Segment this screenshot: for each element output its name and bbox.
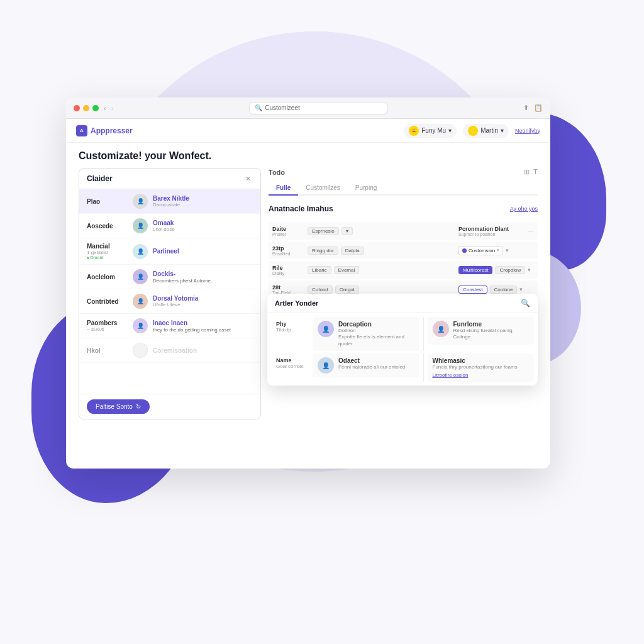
ac-category: Phy [276,321,304,327]
expand-icon[interactable]: ▾ [528,267,531,273]
expand-icon[interactable]: ▾ [506,247,509,253]
list-item[interactable]: Plao 👤 Barex Niktle Darocustate [79,189,260,214]
list-item[interactable]: Aoclelom 👤 Dockis- Decombers phest Autom… [79,265,260,289]
option-tag[interactable]: Omgot [335,286,359,294]
page-title: Customizate! your Wonfect. [79,150,538,162]
panel-tab-label: Todo [269,169,285,176]
option-tag[interactable]: Ringg dor [308,247,338,255]
panel-footer: Paltise Sonto ↻ [79,394,260,419]
option-tag[interactable]: Dalpta [341,247,364,255]
tab-fulle[interactable]: Fulle [269,181,298,196]
person-name: Coremisoation [153,347,253,354]
avatar: 👤 [133,318,148,333]
section-link[interactable]: Ay oho yos [510,206,538,212]
ac-header: Artler Yonder 🔍 [267,294,538,313]
tab-purping[interactable]: Purping [348,181,384,196]
person-desc: Decombers phest Autome. [153,278,253,284]
list-item[interactable]: Hkol Coremisoation [79,338,260,363]
option-active[interactable]: Multilcorest [458,266,492,274]
panel-header: Claider ✕ [79,169,260,189]
ac-item[interactable]: 👤 Funrlome Resd elsing fueatal coanig; C… [428,317,535,345]
dot-purple [462,248,467,253]
option-tag[interactable]: Evemal [334,266,360,274]
ac-sub: Tild dp [276,327,304,333]
field-right: Constest Coolone ▾ [458,286,534,294]
expand-icon[interactable]: ▾ [519,286,523,292]
option-tag[interactable]: Cropdlow [495,266,525,274]
avatar-placeholder [133,343,148,358]
option-tag[interactable]: Coolone [490,286,518,294]
option-tag[interactable]: Cotood [308,286,333,294]
item-label: Contribted [87,298,128,305]
ac-item[interactable]: Whlemasic Funcia thry prounertastlong ou… [428,353,535,381]
share-icon[interactable]: ⬆ [523,104,529,112]
person-info: Parlineel [153,248,253,255]
field-label: 28t [272,284,304,291]
grid-icon[interactable]: ⊞ [524,168,530,176]
person-role: Darocustate [153,202,253,208]
option-outline[interactable]: Constest [458,286,487,294]
field-right: Costomsion ▾ ▾ [458,246,534,255]
section-title: Anatnacle Imahus [269,204,333,213]
list-item[interactable]: Contribted 👤 Dorsal Yotomia Ufalle Ufeve [79,289,260,314]
select-dropdown[interactable]: Costomsion ▾ [458,246,503,255]
person-role: Lhoi dose [153,226,253,232]
ac-list: Phy Tild dp 👤 Dorcaption Doltrion Expott… [267,313,538,386]
tl-green[interactable] [92,105,99,111]
user1-avatar: 😀 [409,126,419,136]
bookmark-icon[interactable]: 📋 [534,104,543,112]
ac-item[interactable]: 👤 Dorcaption Doltrion Expotte fle ets is… [313,317,419,351]
item-label: Aoclelom [87,274,128,280]
person-info: Coremisoation [153,347,253,354]
left-panel: Claider ✕ Plao 👤 Barex Niktle D [79,168,261,419]
ac-item-link[interactable]: Litrooflre oselon [433,372,518,378]
person-name: Dorsal Yotomia [153,295,253,302]
list-item[interactable]: Paombers ~ sl.kl.tt 👤 Inaoc Inaen they t… [79,314,260,338]
publish-label: Paltise Sonto [96,403,133,410]
ac-item[interactable]: 👤 Odaect Fennl natorade all our entoled [313,353,419,377]
item-sublabel: ~ sl.kl.tt [87,326,128,332]
list-item[interactable]: Mancial 1 gabblist Dmont 👤 Parlineel [79,238,260,265]
person-name: Omaak [153,219,253,226]
app-logo: A Apppresser [76,125,133,136]
close-button[interactable]: ✕ [243,174,253,184]
ac-category: Name [276,357,304,364]
ac-item-name: Odaect [338,357,405,364]
nav-back-icon[interactable]: ‹ [104,104,106,112]
autocomplete-panel: Artler Yonder 🔍 Phy Tild dp 👤 [267,294,538,386]
dots-menu[interactable]: ··· [528,227,534,235]
filter-icon[interactable]: T [533,168,538,176]
field-right: Pcronmation Dlant Supmor to position ··· [458,226,534,236]
person-name: Barex Niktle [153,195,253,202]
field-row: Rile Diality Libaric Evemal Multilcorest… [269,261,538,279]
option-tag[interactable]: Esprnesio [308,227,339,235]
item-label: Hkol [87,347,128,354]
field-options: Esprnesio ▾ [308,227,455,235]
item-label: Mancial [87,243,128,250]
tab-customilzes[interactable]: Customilzes [298,181,347,196]
notify-link[interactable]: Neonifyby [515,128,540,134]
field-right-label: Pcronmation Dlant [458,226,526,232]
option-tag[interactable]: ▾ [341,227,353,235]
browser-window: ‹ › 🔍 Customizeet ⬆ 📋 A Apppresser 😀 Fun… [66,97,550,469]
ac-item-name: Dorcaption [338,321,414,328]
tl-yellow[interactable] [83,105,89,111]
item-label: Aoscede [87,223,128,230]
field-label: Daite [272,226,304,232]
ac-item-name: Whlemasic [433,357,518,364]
option-tag[interactable]: Libaric [308,266,331,274]
user1-button[interactable]: 😀 Funy Mu ▾ [404,124,457,138]
traffic-lights [74,105,99,111]
nav-forward-icon[interactable]: › [111,104,114,112]
status-badge: Dmont [87,255,128,260]
avatar: 👤 [133,269,148,284]
publish-button[interactable]: Paltise Sonto ↻ [87,399,150,414]
url-bar[interactable]: 🔍 Customizeet [249,102,387,114]
user2-button[interactable]: ⭐ Martin ▾ [463,124,509,138]
item-label: Paombers [87,319,128,326]
tl-red[interactable] [74,105,80,111]
section-title-row: Anatnacle Imahus Ay oho yos [269,204,538,213]
avatar: 👤 [133,218,148,233]
search-icon[interactable]: 🔍 [521,299,530,308]
list-item[interactable]: Aoscede 👤 Omaak Lhoi dose [79,214,260,238]
